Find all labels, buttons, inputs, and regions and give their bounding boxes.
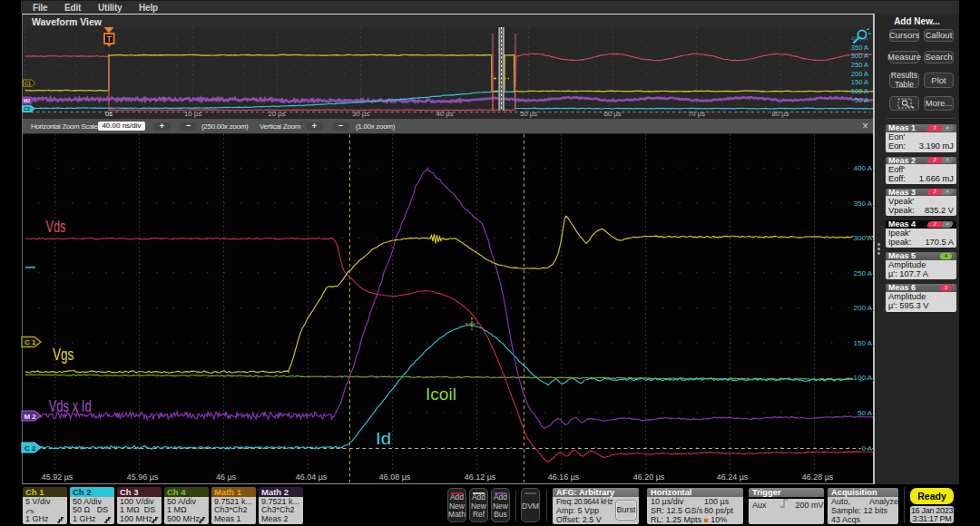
svg-text:0s: 0s: [105, 110, 113, 118]
svg-text:300 A: 300 A: [851, 52, 868, 60]
svg-text:C1: C1: [24, 81, 31, 86]
svg-text:100 A: 100 A: [854, 374, 873, 382]
svg-text:C 1: C 1: [24, 338, 36, 346]
svg-text:M2: M2: [24, 98, 31, 103]
svg-text:150 A: 150 A: [851, 78, 868, 86]
svg-text:200 A: 200 A: [851, 70, 868, 78]
svg-text:50 A: 50 A: [858, 409, 873, 417]
svg-text:50 µs: 50 µs: [520, 110, 537, 118]
svg-text:40 µs: 40 µs: [436, 110, 453, 118]
svg-text:50 A: 50 A: [855, 96, 868, 104]
svg-text:250 A: 250 A: [854, 269, 873, 278]
svg-text:20 µs: 20 µs: [268, 110, 285, 118]
svg-text:Vgs: Vgs: [53, 345, 74, 364]
svg-text:0 A: 0 A: [861, 444, 872, 453]
svg-text:150 A: 150 A: [854, 339, 873, 347]
svg-text:C 2: C 2: [24, 444, 36, 453]
svg-text:300 A: 300 A: [854, 234, 873, 242]
svg-text:T: T: [107, 34, 113, 44]
svg-text:10 µs: 10 µs: [184, 110, 201, 118]
svg-text:C2: C2: [24, 106, 30, 112]
svg-text:Id: Id: [376, 429, 391, 448]
svg-text:70 µs: 70 µs: [688, 110, 705, 118]
svg-text:M 2: M 2: [24, 413, 36, 421]
svg-text:350 A: 350 A: [854, 200, 873, 208]
svg-text:Vds x Id: Vds x Id: [49, 396, 92, 415]
svg-text:250 A: 250 A: [851, 61, 868, 69]
svg-text:100 A: 100 A: [851, 87, 868, 95]
svg-text:80 µs: 80 µs: [771, 110, 789, 118]
svg-text:Icoil: Icoil: [426, 385, 456, 404]
svg-text:60 µs: 60 µs: [603, 110, 621, 118]
svg-text:400 A: 400 A: [854, 164, 873, 172]
svg-text:200 A: 200 A: [854, 304, 873, 312]
svg-text:30 µs: 30 µs: [352, 110, 369, 118]
svg-text:Vds: Vds: [46, 217, 66, 236]
